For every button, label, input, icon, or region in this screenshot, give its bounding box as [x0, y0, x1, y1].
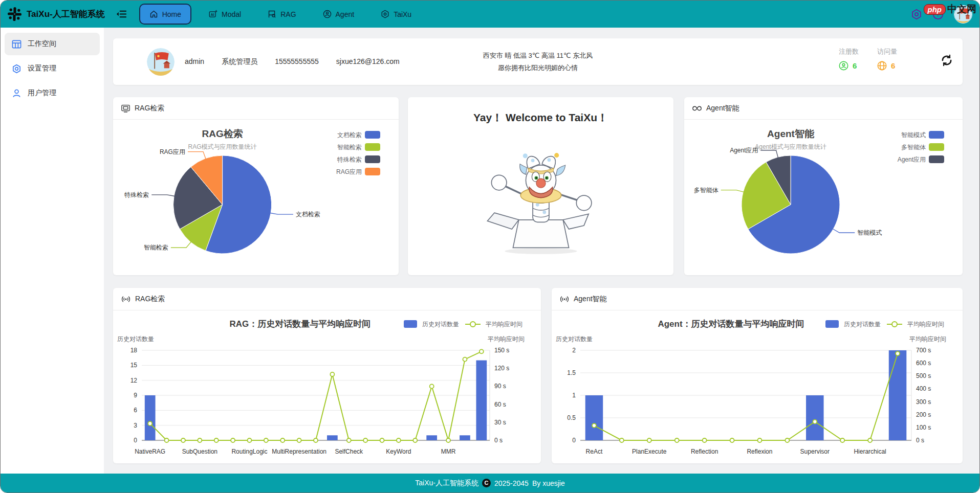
svg-text:100 s: 100 s — [916, 424, 931, 431]
svg-text:90 s: 90 s — [494, 383, 506, 390]
bar-11[interactable] — [327, 435, 338, 440]
svg-text:历史对话数量: 历史对话数量 — [844, 321, 881, 328]
nav-item-agent[interactable]: Agent — [314, 5, 364, 24]
legend-item-多智能体[interactable]: 多智能体 — [901, 143, 944, 151]
svg-text:AI: AI — [211, 13, 214, 16]
profile-username: admin — [185, 57, 204, 66]
stat-label: 注册数 — [839, 47, 859, 56]
infinity-icon — [692, 105, 702, 112]
svg-text:1.5: 1.5 — [567, 369, 576, 376]
profile-email: sjxue126@126.com — [336, 57, 400, 66]
rag-history-chart[interactable]: RAG：历史对话数量与平均响应时间平均响应时间历史对话数量历史对话数量平均响应时… — [113, 310, 529, 461]
rag-flag-icon — [268, 10, 276, 18]
svg-text:Agent应用: Agent应用 — [898, 156, 926, 163]
footer-credit: By xuesjie — [532, 479, 565, 487]
profile-fields: admin 系统管理员 15555555555 sjxue126@126.com — [185, 57, 400, 66]
bar-8[interactable] — [806, 395, 824, 440]
legend-item-文档检索[interactable]: 文档检索 — [337, 131, 380, 139]
bar-20[interactable] — [476, 361, 487, 440]
footer: TaiXu-人工智能系统 C 2025-2045 By xuesjie — [1, 474, 979, 492]
sidebar-fold-icon[interactable] — [116, 9, 127, 19]
nav-item-modal[interactable]: AI Modal — [200, 5, 250, 24]
svg-text:600 s: 600 s — [916, 360, 931, 367]
modal-ai-icon: AI — [209, 10, 217, 18]
agent-history-chart[interactable]: Agent：历史对话数量与平均响应时间平均响应时间历史对话数量历史对话数量平均响… — [552, 310, 950, 461]
svg-text:60 s: 60 s — [494, 401, 506, 408]
svg-text:智能检索: 智能检索 — [337, 144, 362, 151]
bar-11[interactable] — [889, 350, 907, 440]
stat-registered: 注册数 6 — [839, 47, 859, 71]
clown-illustration — [477, 131, 605, 268]
nav-item-rag[interactable]: RAG — [258, 5, 305, 24]
pie-title: Agent智能 — [767, 128, 815, 139]
x-label: SelfCheck — [335, 448, 363, 455]
pie-label: 特殊检索 — [124, 191, 149, 198]
stat-label: 访问量 — [877, 47, 897, 56]
app-window: TaiXu-人工智能系统 Home AI Modal — [0, 0, 980, 493]
bar-17[interactable] — [426, 435, 437, 440]
profile-role: 系统管理员 — [222, 57, 257, 66]
svg-text:0 s: 0 s — [916, 437, 924, 444]
watermark-text: 中文网 — [947, 3, 976, 16]
legend-item-特殊检索[interactable]: 特殊检索 — [337, 155, 380, 163]
bar-19[interactable] — [460, 435, 470, 440]
nav-item-taixu[interactable]: TaiXu — [372, 5, 421, 24]
sidebar-item-users[interactable]: 用户管理 — [5, 82, 100, 104]
y-right-name: 平均响应时间 — [909, 335, 946, 343]
welcome-title: Yay！ Welcome to TaiXu！ — [408, 110, 673, 125]
chart-legend[interactable]: 平均响应时间历史对话数量 — [825, 320, 944, 328]
rag-pie-card: RAG检索 RAG检索RAG模式与应用数量统计文档检索智能检索特殊检索RAG应用… — [113, 97, 399, 275]
legend-item-智能模式[interactable]: 智能模式 — [901, 131, 944, 139]
profile-card: admin 系统管理员 15555555555 sjxue126@126.com… — [113, 38, 963, 85]
user-icon — [12, 88, 21, 98]
sidebar-item-workspace[interactable]: 工作空间 — [5, 33, 100, 55]
x-label: KeyWord — [386, 448, 411, 455]
chart-title: RAG：历史对话数量与平均响应时间 — [230, 319, 371, 329]
y-left-name: 历史对话数量 — [117, 335, 154, 343]
pie-label: 智能检索 — [144, 244, 168, 251]
workspace-grid-icon — [12, 39, 21, 49]
bar-0[interactable] — [585, 395, 603, 440]
pie-label: 智能模式 — [857, 229, 882, 236]
agent-pie-card-header: Agent智能 — [684, 97, 963, 120]
main-nav: Home AI Modal RAG Agent — [139, 1, 421, 28]
legend-item-Agent应用[interactable]: Agent应用 — [898, 155, 944, 163]
profile-phone: 15555555555 — [275, 57, 319, 66]
sidebar-item-label: 设置管理 — [28, 64, 56, 73]
svg-text:0: 0 — [572, 437, 576, 444]
topbar: TaiXu-人工智能系统 Home AI Modal — [1, 1, 979, 28]
php-watermark: php 中文网 — [924, 3, 977, 16]
agent-person-icon — [323, 10, 332, 18]
screen-icon — [121, 104, 130, 113]
nav-item-home[interactable]: Home — [139, 4, 191, 25]
x-label: SubQuestion — [182, 448, 217, 455]
svg-text:多智能体: 多智能体 — [901, 144, 926, 151]
svg-text:0 s: 0 s — [494, 437, 503, 444]
chart-title: Agent：历史对话数量与平均响应时间 — [658, 319, 804, 329]
rag-pie-card-header: RAG检索 — [113, 97, 399, 120]
svg-text:200 s: 200 s — [916, 411, 931, 418]
chart-legend[interactable]: 平均响应时间历史对话数量 — [404, 320, 522, 328]
sidebar: 工作空间 设置管理 用户管理 — [1, 28, 104, 474]
svg-text:文档检索: 文档检索 — [337, 131, 362, 139]
rag-pie-chart[interactable]: RAG检索RAG模式与应用数量统计文档检索智能检索特殊检索RAG应用文档检索智能… — [113, 120, 386, 271]
svg-text:平均响应时间: 平均响应时间 — [907, 321, 944, 328]
settings-icon[interactable] — [911, 9, 922, 20]
svg-text:150 s: 150 s — [494, 347, 509, 354]
response-time-line — [594, 353, 898, 440]
legend-item-RAG应用[interactable]: RAG应用 — [336, 168, 380, 175]
copyright-icon: C — [482, 479, 491, 487]
app-logo-icon — [8, 7, 21, 21]
settings-gear-icon — [12, 64, 21, 74]
sidebar-item-settings[interactable]: 设置管理 — [5, 57, 100, 80]
x-label: PlanExecute — [632, 448, 667, 455]
agent-pie-chart[interactable]: Agent智能Agent模式与应用数量统计智能模式多智能体Agent应用智能模式… — [684, 120, 950, 271]
php-badge: php — [924, 4, 946, 15]
bar-0[interactable] — [145, 395, 156, 440]
nav-label: RAG — [280, 10, 296, 18]
svg-text:2: 2 — [572, 347, 576, 354]
svg-text:历史对话数量: 历史对话数量 — [422, 321, 459, 328]
legend-item-智能检索[interactable]: 智能检索 — [337, 143, 380, 151]
refresh-icon[interactable] — [940, 54, 953, 69]
broadcast-icon — [121, 295, 130, 304]
